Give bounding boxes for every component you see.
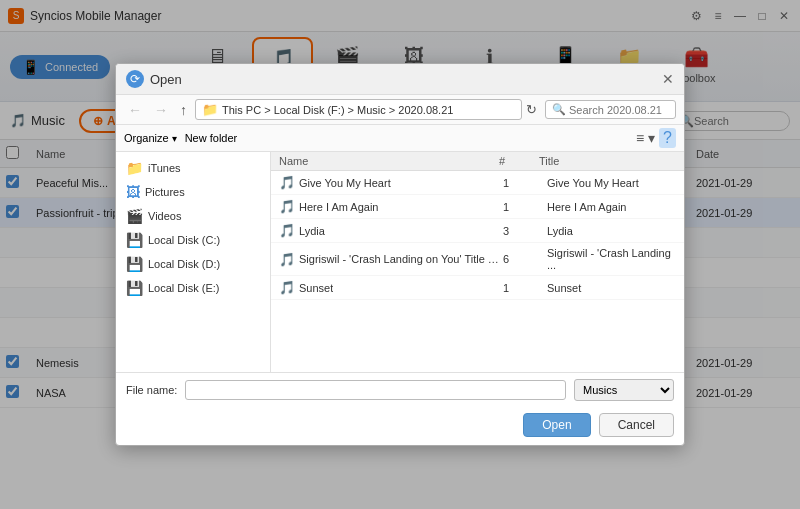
path-folder-icon: 📁	[202, 102, 218, 117]
pictures-icon: 🖼	[126, 184, 140, 200]
new-folder-label: New folder	[185, 132, 238, 144]
file-name-cell: 🎵 Give You My Heart	[279, 175, 499, 190]
file-num: 3	[503, 225, 543, 237]
file-num: 6	[503, 253, 543, 265]
open-button[interactable]: Open	[523, 413, 590, 437]
dialog-search-icon: 🔍	[552, 103, 566, 116]
dialog-footer: File name: Musics	[116, 372, 684, 407]
dialog-actions: Open Cancel	[116, 407, 684, 445]
new-folder-btn[interactable]: New folder	[185, 132, 238, 144]
dialog-title-bar: ⟳ Open ✕	[116, 64, 684, 95]
itunes-icon: 📁	[126, 160, 143, 176]
file-row[interactable]: 🎵 Here I Am Again 1 Here I Am Again	[271, 195, 684, 219]
disk-d-icon: 💾	[126, 256, 143, 272]
organize-btn[interactable]: Organize ▾	[124, 132, 177, 144]
file-name: Give You My Heart	[299, 177, 391, 189]
file-name-cell: 🎵 Lydia	[279, 223, 499, 238]
file-header: Name # Title	[271, 152, 684, 171]
view-list-btn[interactable]: ≡	[636, 130, 644, 146]
file-icon: 🎵	[279, 199, 295, 214]
refresh-path-btn[interactable]: ↻	[526, 102, 537, 117]
file-num: 1	[503, 201, 543, 213]
file-name: Sunset	[299, 282, 333, 294]
col-title-header: Title	[539, 155, 676, 167]
tree-label: Local Disk (E:)	[148, 282, 220, 294]
file-name-cell: 🎵 Sunset	[279, 280, 499, 295]
address-bar[interactable]: 📁 This PC > Local Disk (F:) > Music > 20…	[195, 99, 522, 120]
tree-label: iTunes	[148, 162, 181, 174]
file-icon: 🎵	[279, 175, 295, 190]
file-title: Give You My Heart	[547, 177, 676, 189]
file-name: Lydia	[299, 225, 325, 237]
file-num: 1	[503, 282, 543, 294]
organize-chevron: ▾	[172, 133, 177, 144]
dialog-overlay: ⟳ Open ✕ ← → ↑ 📁 This PC > Local Disk (F…	[0, 0, 800, 509]
help-btn[interactable]: ?	[659, 128, 676, 148]
tree-label: Pictures	[145, 186, 185, 198]
path-text: This PC > Local Disk (F:) > Music > 2020…	[222, 104, 453, 116]
videos-icon: 🎬	[126, 208, 143, 224]
file-name: Sigriswil - 'Crash Landing on You' Title…	[299, 253, 499, 265]
file-row[interactable]: 🎵 Sunset 1 Sunset	[271, 276, 684, 300]
view-toggle-btn[interactable]: ▾	[648, 130, 655, 146]
tree-item-local-d[interactable]: 💾 Local Disk (D:)	[116, 252, 270, 276]
dialog-second-toolbar: Organize ▾ New folder ≡ ▾ ?	[116, 125, 684, 152]
back-btn[interactable]: ←	[124, 100, 146, 120]
file-title: Here I Am Again	[547, 201, 676, 213]
cancel-button[interactable]: Cancel	[599, 413, 674, 437]
dialog-title: Open	[150, 72, 656, 87]
tree-item-pictures[interactable]: 🖼 Pictures	[116, 180, 270, 204]
up-btn[interactable]: ↑	[176, 100, 191, 120]
file-icon: 🎵	[279, 223, 295, 238]
view-controls: ≡ ▾ ?	[636, 128, 676, 148]
tree-label: Local Disk (D:)	[148, 258, 220, 270]
disk-e-icon: 💾	[126, 280, 143, 296]
dialog-toolbar: ← → ↑ 📁 This PC > Local Disk (F:) > Musi…	[116, 95, 684, 125]
tree-item-itunes[interactable]: 📁 iTunes	[116, 156, 270, 180]
file-icon: 🎵	[279, 280, 295, 295]
tree-item-local-c[interactable]: 💾 Local Disk (C:)	[116, 228, 270, 252]
file-list: Name # Title 🎵 Give You My Heart 1 Give …	[271, 152, 684, 372]
dialog-icon: ⟳	[126, 70, 144, 88]
col-num-header: #	[499, 155, 539, 167]
file-name: Here I Am Again	[299, 201, 379, 213]
file-row[interactable]: 🎵 Give You My Heart 1 Give You My Heart	[271, 171, 684, 195]
filename-label: File name:	[126, 384, 177, 396]
dialog-body: 📁 iTunes 🖼 Pictures 🎬 Videos 💾 Local Dis…	[116, 152, 684, 372]
tree-label: Videos	[148, 210, 181, 222]
organize-label: Organize	[124, 132, 169, 144]
dialog-close-btn[interactable]: ✕	[662, 71, 674, 87]
file-title: Sigriswil - 'Crash Landing ...	[547, 247, 676, 271]
file-row[interactable]: 🎵 Lydia 3 Lydia	[271, 219, 684, 243]
folder-tree: 📁 iTunes 🖼 Pictures 🎬 Videos 💾 Local Dis…	[116, 152, 271, 372]
dialog-search-input[interactable]	[569, 104, 669, 116]
filetype-select[interactable]: Musics	[574, 379, 674, 401]
tree-item-local-e[interactable]: 💾 Local Disk (E:)	[116, 276, 270, 300]
tree-item-videos[interactable]: 🎬 Videos	[116, 204, 270, 228]
file-row[interactable]: 🎵 Sigriswil - 'Crash Landing on You' Tit…	[271, 243, 684, 276]
file-name-cell: 🎵 Here I Am Again	[279, 199, 499, 214]
disk-c-icon: 💾	[126, 232, 143, 248]
forward-btn[interactable]: →	[150, 100, 172, 120]
file-title: Sunset	[547, 282, 676, 294]
tree-label: Local Disk (C:)	[148, 234, 220, 246]
file-title: Lydia	[547, 225, 676, 237]
file-icon: 🎵	[279, 252, 295, 267]
file-name-cell: 🎵 Sigriswil - 'Crash Landing on You' Tit…	[279, 252, 499, 267]
filename-input[interactable]	[185, 380, 566, 400]
open-dialog: ⟳ Open ✕ ← → ↑ 📁 This PC > Local Disk (F…	[115, 63, 685, 446]
file-num: 1	[503, 177, 543, 189]
col-name-header: Name	[279, 155, 499, 167]
